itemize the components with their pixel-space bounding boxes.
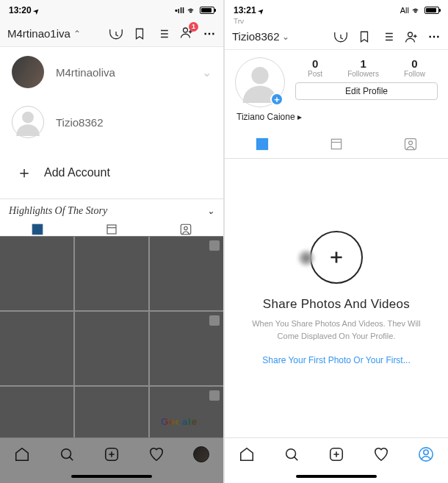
- archive-icon[interactable]: [334, 30, 347, 43]
- notification-badge: 1: [189, 22, 198, 32]
- svg-point-1: [22, 112, 34, 124]
- list-icon[interactable]: [156, 27, 170, 40]
- avatar: [12, 106, 44, 138]
- svg-rect-10: [256, 138, 267, 149]
- header-username: Tizio8362: [232, 30, 279, 43]
- phone-left: 13:20 M4rtinao1iva ⌃ 1: [0, 0, 223, 483]
- tab-feed[interactable]: [74, 223, 148, 236]
- home-indicator: [225, 470, 448, 483]
- profile-stats: 0 Post 1 Followers 0 Follow: [295, 57, 438, 78]
- more-icon[interactable]: ⋯: [203, 26, 216, 40]
- photo-thumb[interactable]: [150, 237, 223, 310]
- add-account-label: Add Account: [44, 166, 110, 179]
- search-icon[interactable]: [283, 446, 300, 462]
- svg-rect-12: [405, 138, 416, 149]
- username-switcher[interactable]: M4rtinao1iva ⌃: [7, 27, 81, 40]
- activity-icon[interactable]: [373, 446, 389, 462]
- username-switcher[interactable]: Tizio8362 ⌄: [232, 30, 289, 43]
- svg-point-9: [251, 67, 268, 84]
- profile-tab-icon[interactable]: [418, 446, 434, 462]
- location-arrow-icon: [34, 5, 40, 15]
- edit-profile-button[interactable]: Edit Profile: [295, 82, 438, 100]
- bookmark-icon[interactable]: [133, 27, 146, 40]
- header-username: M4rtinao1iva: [7, 27, 71, 40]
- add-user-icon[interactable]: [405, 30, 418, 43]
- home-indicator: [0, 470, 223, 483]
- dimmed-background: Highlights Of The Story ⌄: [0, 199, 223, 437]
- svg-point-8: [408, 32, 413, 37]
- svg-point-5: [184, 226, 188, 230]
- add-story-icon[interactable]: +: [270, 93, 283, 106]
- plus-icon: ＋: [16, 162, 31, 184]
- new-post-icon[interactable]: [328, 446, 344, 462]
- display-name: Tiziano Caione ▸: [225, 110, 448, 129]
- chevron-up-icon: ⌃: [73, 29, 81, 39]
- stat-posts[interactable]: 0 Post: [308, 57, 322, 78]
- chevron-down-icon: ⌄: [282, 32, 289, 42]
- svg-rect-3: [107, 225, 116, 234]
- profile-header: M4rtinao1iva ⌃ 1 ⋯: [0, 21, 223, 47]
- account-item[interactable]: M4rtinaoliva ⌄: [0, 47, 223, 97]
- multi-post-icon: [209, 315, 220, 326]
- empty-state: Share Photos And Videos When You Share P…: [225, 159, 448, 437]
- phone-right: 13:21 All Trv Tizio8362 ⌄ ⋯: [225, 0, 448, 483]
- bottom-nav: [225, 437, 448, 470]
- photo-thumb[interactable]: [150, 387, 223, 437]
- view-tabs: [0, 223, 223, 237]
- add-account-button[interactable]: ＋ Add Account: [0, 147, 223, 198]
- tab-feed[interactable]: [299, 129, 373, 158]
- status-bar: 13:20: [0, 0, 223, 21]
- svg-point-0: [184, 28, 188, 32]
- tab-tagged[interactable]: [374, 129, 448, 158]
- home-icon[interactable]: [14, 446, 30, 462]
- status-time: 13:20: [9, 5, 32, 15]
- photo-thumb[interactable]: [75, 237, 148, 310]
- account-switcher-dropdown: M4rtinaoliva ⌄ Tizio8362 ＋ Add Account: [0, 47, 223, 199]
- empty-description: When You Share Photos And Videos. Thev W…: [245, 318, 428, 342]
- profile-avatar[interactable]: +: [235, 57, 285, 107]
- wifi-icon: [412, 5, 422, 16]
- discover-people-button[interactable]: 1: [180, 26, 193, 42]
- svg-point-17: [423, 450, 427, 454]
- new-post-icon[interactable]: [104, 446, 120, 462]
- signal-icon: [175, 5, 184, 15]
- share-first-link[interactable]: Share Your First Photo Or Your First...: [262, 355, 410, 365]
- svg-rect-4: [181, 224, 192, 235]
- svg-point-14: [286, 448, 296, 458]
- stat-following[interactable]: 0 Follow: [404, 57, 425, 78]
- multi-post-icon: [209, 390, 220, 401]
- status-time: 13:21: [234, 5, 256, 15]
- tab-grid[interactable]: [225, 129, 299, 158]
- photo-thumb[interactable]: [0, 237, 73, 310]
- activity-icon[interactable]: [148, 446, 165, 462]
- more-icon[interactable]: ⋯: [428, 29, 441, 43]
- sub-user-label: Trv: [225, 18, 448, 24]
- home-icon[interactable]: [239, 446, 255, 462]
- account-name: Tizio8362: [56, 116, 103, 129]
- bottom-nav: [0, 437, 223, 470]
- photo-thumb[interactable]: [150, 312, 223, 385]
- profile-tab-icon[interactable]: [193, 446, 209, 462]
- account-name: M4rtinaoliva: [56, 66, 115, 79]
- account-item[interactable]: Tizio8362: [0, 97, 223, 147]
- battery-icon: [424, 7, 439, 14]
- empty-plus-icon: [310, 231, 363, 284]
- bookmark-icon[interactable]: [358, 30, 371, 43]
- stat-followers[interactable]: 1 Followers: [347, 57, 379, 78]
- svg-point-6: [62, 448, 71, 458]
- list-icon[interactable]: [381, 30, 394, 43]
- empty-title: Share Photos And Videos: [263, 297, 410, 312]
- selected-check-icon: ⌄: [202, 65, 212, 79]
- avatar: [12, 56, 44, 88]
- photo-thumb[interactable]: [75, 387, 148, 437]
- photo-thumb[interactable]: [0, 387, 73, 437]
- highlights-label: Highlights Of The Story: [9, 205, 107, 217]
- archive-icon[interactable]: [109, 27, 123, 40]
- search-icon[interactable]: [59, 446, 75, 462]
- photo-thumb[interactable]: [75, 312, 148, 385]
- view-tabs: [225, 129, 448, 159]
- tab-tagged[interactable]: [149, 223, 223, 236]
- tab-grid[interactable]: [0, 223, 74, 236]
- location-arrow-icon: [259, 5, 264, 15]
- photo-thumb[interactable]: [0, 312, 73, 385]
